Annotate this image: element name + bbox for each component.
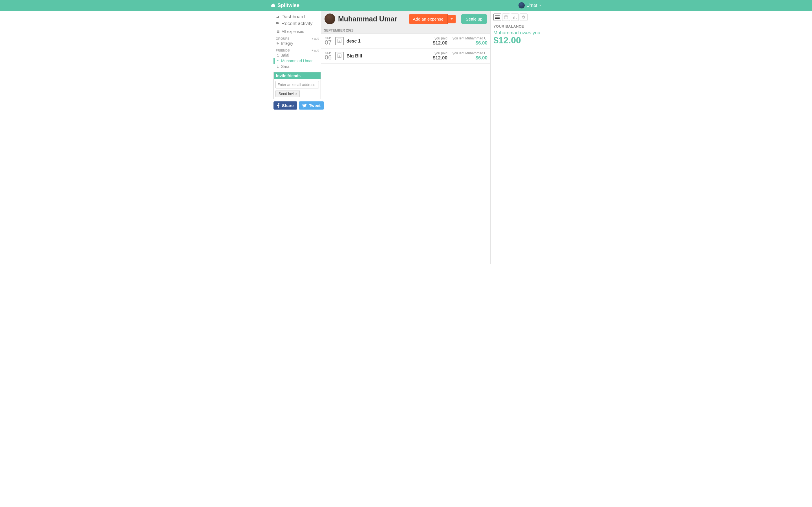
- sidebar-dashboard-label: Dashboard: [282, 14, 305, 20]
- tag-icon: [276, 42, 280, 45]
- expense-lent-column: you lent Muhammad U. $6.00: [450, 51, 488, 61]
- svg-point-0: [277, 54, 278, 55]
- topbar: Splitwise Umar: [0, 0, 812, 11]
- sidebar-friend-label: Muhammad Umar: [281, 59, 313, 63]
- brand-name: Splitwise: [277, 3, 299, 8]
- expense-date: SEP 07: [324, 37, 333, 45]
- sidebar-all-expenses[interactable]: All expenses: [273, 29, 321, 34]
- person-icon: [276, 54, 280, 57]
- balance-heading: YOUR BALANCE: [493, 24, 541, 29]
- balance-text: Muhammad owes you: [493, 30, 541, 36]
- flag-icon: [275, 21, 280, 26]
- facebook-share-button[interactable]: Share: [273, 101, 297, 110]
- user-name: Umar: [526, 3, 538, 8]
- balance-amount: $12.00: [493, 36, 541, 45]
- friends-label: FRIENDS: [276, 49, 290, 52]
- svg-point-1: [277, 60, 278, 61]
- person-icon: [276, 59, 280, 62]
- expense-paid-column: you paid $12.00: [430, 51, 448, 61]
- add-expense-dropdown[interactable]: [448, 15, 456, 23]
- tweet-label: Tweet: [309, 103, 320, 108]
- list-view-button[interactable]: [493, 13, 501, 21]
- receipt-icon: [335, 52, 344, 60]
- right-panel: YOUR BALANCE Muhammad owes you $12.00: [491, 11, 541, 264]
- calendar-view-button[interactable]: [502, 13, 510, 21]
- friend-avatar-icon: [324, 13, 335, 24]
- groups-label: GROUPS: [276, 37, 290, 40]
- page-title: Muhammad Umar: [338, 15, 406, 23]
- add-group-button[interactable]: + add: [312, 37, 319, 40]
- svg-point-2: [277, 65, 278, 66]
- svg-rect-3: [504, 16, 508, 19]
- user-menu[interactable]: Umar: [518, 2, 541, 8]
- chevron-down-icon: [451, 18, 453, 20]
- twitter-icon: [302, 104, 307, 108]
- settle-up-button[interactable]: Settle up: [461, 14, 487, 24]
- expense-row[interactable]: SEP 07 desc 1 you paid $12.00 you lent M…: [321, 34, 490, 49]
- sidebar-friend-label: Jalal: [281, 53, 289, 57]
- add-friend-button[interactable]: + add: [312, 49, 319, 52]
- receipt-icon: [335, 37, 344, 45]
- month-header: SEPTEMBER 2023: [321, 27, 490, 34]
- list-icon: [276, 30, 280, 34]
- expense-description: desc 1: [347, 39, 428, 44]
- share-label: Share: [282, 103, 294, 108]
- sidebar-group-item[interactable]: Integry: [273, 41, 321, 46]
- sidebar: Dashboard Recent activity All expenses G…: [271, 11, 321, 264]
- user-avatar-icon: [518, 2, 525, 8]
- main-panel: Muhammad Umar Add an expense Settle up S…: [321, 11, 491, 264]
- sidebar-recent-label: Recent activity: [282, 21, 313, 26]
- chevron-down-icon: [539, 5, 541, 6]
- add-expense-button[interactable]: Add an expense: [409, 14, 448, 24]
- facebook-icon: [277, 103, 280, 108]
- list-lines-icon: [495, 15, 500, 19]
- sidebar-friend-label: Sara: [281, 64, 290, 69]
- sidebar-all-expenses-label: All expenses: [282, 29, 304, 34]
- plus-icon: +: [312, 49, 313, 52]
- view-toggle: [493, 13, 541, 21]
- twitter-tweet-button[interactable]: Tweet: [299, 101, 324, 110]
- sidebar-friends-header: FRIENDS + add: [273, 48, 321, 52]
- expense-description: Big Bill: [347, 54, 428, 59]
- expense-lent-column: you lent Muhammad U. $6.00: [450, 36, 488, 46]
- expense-row[interactable]: SEP 06 Big Bill you paid $12.00 you lent…: [321, 49, 490, 64]
- send-invite-button[interactable]: Send invite: [275, 90, 300, 97]
- person-icon: [276, 65, 280, 68]
- brand[interactable]: Splitwise: [271, 3, 299, 8]
- expense-paid-column: you paid $12.00: [430, 36, 448, 46]
- dashboard-icon: [275, 15, 280, 19]
- calendar-icon: [504, 15, 508, 19]
- sidebar-recent[interactable]: Recent activity: [273, 20, 321, 27]
- chart-view-button[interactable]: [511, 13, 519, 21]
- sidebar-group-label: Integry: [281, 41, 293, 46]
- sidebar-friend-item-active[interactable]: Muhammad Umar: [273, 58, 321, 64]
- invite-title: Invite friends: [274, 72, 320, 79]
- sidebar-groups-header: GROUPS + add: [273, 36, 321, 41]
- plus-icon: +: [312, 37, 313, 40]
- invite-friends-box: Invite friends Send invite: [273, 72, 321, 99]
- chart-icon: [513, 15, 517, 19]
- splitwise-logo-icon: [271, 3, 276, 8]
- settings-button[interactable]: [520, 13, 527, 21]
- invite-email-input[interactable]: [275, 81, 319, 89]
- expense-date: SEP 06: [324, 52, 333, 60]
- sidebar-friend-item[interactable]: Jalal: [273, 52, 321, 58]
- main-header: Muhammad Umar Add an expense Settle up: [321, 11, 490, 27]
- sidebar-dashboard[interactable]: Dashboard: [273, 13, 321, 20]
- gear-icon: [522, 15, 525, 19]
- sidebar-friend-item[interactable]: Sara: [273, 64, 321, 69]
